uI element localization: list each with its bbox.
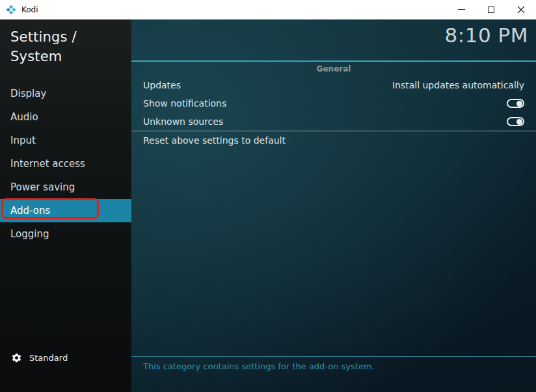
- sidebar-item-label: Power saving: [10, 181, 75, 193]
- setting-row-updates[interactable]: Updates Install updates automatically: [131, 76, 536, 94]
- maximize-button[interactable]: [476, 0, 506, 20]
- kodi-logo-icon: [6, 5, 16, 15]
- settings-level-control[interactable]: Standard: [11, 352, 68, 363]
- clock: 8:10 PM: [445, 23, 528, 47]
- sidebar-item-label: Add-ons: [10, 205, 50, 216]
- toggle-unknown-sources[interactable]: [507, 117, 524, 126]
- minimize-button[interactable]: [446, 0, 476, 20]
- page-title: Settings / System: [0, 20, 131, 66]
- settings-panel: 8:10 PM General Updates Install updates …: [131, 20, 536, 392]
- close-icon: [517, 6, 525, 14]
- setting-row-unknown-sources[interactable]: Unknown sources: [131, 112, 536, 131]
- sidebar-item-audio[interactable]: Audio: [0, 105, 131, 129]
- toggle-knob: [516, 119, 522, 125]
- toggle-show-notifications[interactable]: [507, 99, 524, 108]
- section-header-general: General: [131, 62, 536, 76]
- sidebar-item-display[interactable]: Display: [0, 82, 131, 105]
- maximize-icon: [488, 7, 494, 13]
- sidebar-item-logging[interactable]: Logging: [0, 222, 131, 246]
- setting-label: Reset above settings to default: [143, 135, 286, 146]
- sidebar-item-label: Display: [10, 88, 46, 99]
- window-title: Kodi: [21, 5, 38, 14]
- setting-label: Unknown sources: [143, 116, 223, 127]
- sidebar: Settings / System Display Audio Input In…: [0, 20, 131, 392]
- sidebar-item-label: Input: [10, 135, 36, 146]
- sidebar-item-label: Logging: [10, 228, 49, 240]
- setting-row-reset-defaults[interactable]: Reset above settings to default: [131, 131, 536, 150]
- settings-level-label: Standard: [29, 353, 68, 363]
- gear-icon: [11, 352, 22, 363]
- sidebar-item-add-ons[interactable]: Add-ons: [0, 199, 131, 222]
- setting-value: Install updates automatically: [392, 80, 524, 90]
- category-description: This category contains settings for the …: [131, 356, 536, 371]
- titlebar: Kodi: [0, 0, 536, 20]
- category-menu: Display Audio Input Internet access Powe…: [0, 82, 131, 246]
- toggle-knob: [516, 101, 522, 107]
- minimize-icon: [458, 9, 465, 10]
- sidebar-item-internet-access[interactable]: Internet access: [0, 152, 131, 176]
- sidebar-item-label: Audio: [10, 111, 38, 123]
- setting-label: Show notifications: [143, 98, 226, 109]
- setting-label: Updates: [143, 80, 181, 90]
- setting-row-show-notifications[interactable]: Show notifications: [131, 94, 536, 112]
- settings-list: General Updates Install updates automati…: [131, 60, 536, 150]
- sidebar-item-label: Internet access: [10, 158, 85, 170]
- kodi-window: Kodi Settings / System Display Audio Inp…: [0, 0, 536, 392]
- close-button[interactable]: [506, 0, 536, 20]
- sidebar-item-input[interactable]: Input: [0, 129, 131, 152]
- sidebar-item-power-saving[interactable]: Power saving: [0, 176, 131, 199]
